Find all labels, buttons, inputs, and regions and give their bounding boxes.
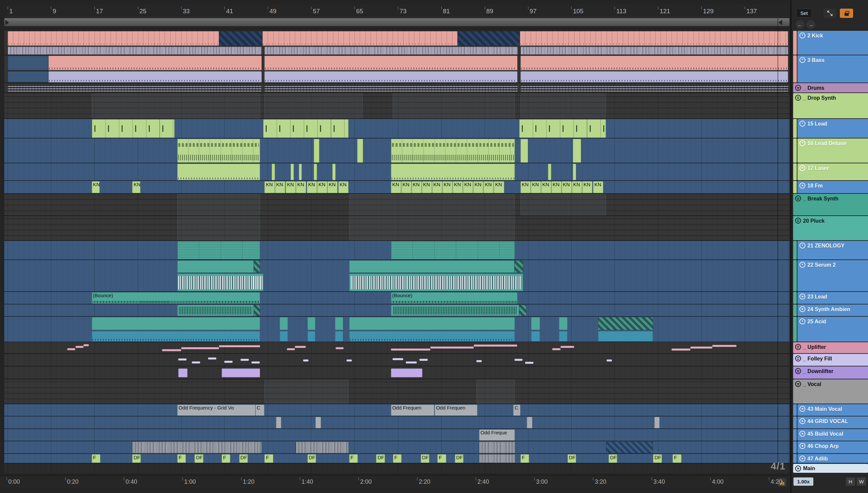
zoom-level[interactable]: 1.00x <box>794 477 813 486</box>
track-lane-lead-23[interactable]: (Bounce)(Bounce) <box>4 292 789 304</box>
clip[interactable] <box>280 317 288 330</box>
clip[interactable]: DF <box>132 454 141 463</box>
group-icon[interactable] <box>795 195 801 201</box>
clip[interactable] <box>391 139 515 163</box>
height-zoom-button[interactable]: H <box>846 477 855 486</box>
forward-button[interactable]: → <box>806 20 815 29</box>
play-icon[interactable]: ▶ <box>799 418 805 424</box>
clip[interactable]: KN <box>286 181 296 193</box>
clip[interactable] <box>276 417 281 428</box>
clip[interactable]: KN <box>432 181 442 193</box>
clip[interactable] <box>314 164 317 180</box>
clip[interactable]: F <box>437 454 446 463</box>
clip[interactable] <box>8 71 48 83</box>
clip[interactable] <box>520 56 788 70</box>
clip[interactable]: KN <box>307 181 317 193</box>
clip[interactable] <box>181 347 219 349</box>
clip[interactable]: DF <box>307 454 316 463</box>
clip[interactable] <box>290 164 294 180</box>
clip[interactable]: (Bounce) <box>92 292 260 304</box>
clip[interactable] <box>479 442 515 453</box>
expand-icon[interactable] <box>823 8 837 18</box>
track-header-build-vocal-45[interactable]: ▶45 Build Vocal <box>798 429 868 441</box>
clip[interactable]: KN <box>275 181 285 193</box>
clip[interactable] <box>316 417 321 428</box>
clip[interactable] <box>264 56 518 70</box>
clip[interactable]: KN <box>132 181 140 193</box>
clip[interactable] <box>177 274 263 291</box>
track-lane-vocal[interactable] <box>4 379 789 404</box>
track-lane-adlib-47[interactable]: FDFFDFFDFFDFFDFFDFFDFFDFDFDFF <box>4 454 789 464</box>
group-icon[interactable] <box>795 344 801 350</box>
clip[interactable] <box>178 368 188 378</box>
clip[interactable] <box>8 56 48 70</box>
clip[interactable]: C <box>513 405 520 416</box>
track-lane-lead-15[interactable] <box>4 119 789 138</box>
track-header-main-vocal-43[interactable]: ▶43 Main Vocal <box>798 404 868 416</box>
clip[interactable] <box>335 317 343 330</box>
clip[interactable]: KN <box>572 181 582 193</box>
track-header-drums[interactable]: _ Drums <box>793 83 868 92</box>
track-header-bass[interactable]: ▼3 Bass <box>798 55 868 83</box>
clip[interactable]: KN <box>442 181 453 193</box>
play-icon[interactable]: ▶ <box>799 455 805 462</box>
clip[interactable]: KN <box>401 181 411 193</box>
clip[interactable] <box>347 360 352 362</box>
clip[interactable] <box>208 358 216 360</box>
clip[interactable] <box>457 31 520 46</box>
track-lane-kick[interactable] <box>4 31 789 55</box>
clip[interactable]: F <box>393 454 402 463</box>
track-header-folley-fill[interactable]: _ Folley Fill <box>793 354 868 366</box>
play-icon[interactable]: ▶ <box>799 406 805 412</box>
clip[interactable]: F <box>222 454 230 463</box>
track-lane-main-vocal-43[interactable]: Odd Frequency - Grid VoCOdd FrequenOdd F… <box>4 404 789 416</box>
track-header-uplifter[interactable]: _ Uplifter <box>793 342 868 353</box>
track-header-pluck-20[interactable]: 20 Pluck <box>793 216 868 240</box>
clip[interactable] <box>48 56 262 70</box>
clip[interactable] <box>349 194 515 215</box>
track-lane-folley-fill[interactable] <box>4 354 789 366</box>
clip[interactable] <box>690 347 712 348</box>
clip[interactable]: KN <box>422 181 432 193</box>
clip[interactable] <box>531 317 540 330</box>
clip[interactable] <box>303 360 308 362</box>
loop-end-marker[interactable] <box>779 20 782 25</box>
clip[interactable]: Odd Frequen <box>391 405 434 416</box>
clip[interactable] <box>430 347 474 348</box>
clip[interactable] <box>561 346 574 348</box>
clip[interactable] <box>515 359 523 361</box>
clip[interactable]: KN <box>541 181 551 193</box>
clip[interactable] <box>520 47 788 55</box>
clip[interactable] <box>525 362 534 364</box>
clip[interactable] <box>391 368 422 378</box>
clip[interactable] <box>573 164 576 180</box>
clip[interactable]: KN <box>327 181 338 193</box>
play-icon[interactable]: ▶ <box>795 466 801 471</box>
track-header-synth-ambient-24[interactable]: ▶24 Synth Ambien <box>798 304 868 316</box>
clip[interactable]: KN <box>551 181 562 193</box>
clip[interactable] <box>92 317 260 330</box>
time-ruler[interactable]: 0:000:200:401:001:201:402:002:202:403:00… <box>0 475 790 488</box>
clip[interactable] <box>349 274 523 291</box>
clip[interactable] <box>520 93 606 118</box>
clip[interactable] <box>263 119 349 138</box>
clip[interactable]: DF <box>567 454 576 463</box>
clip[interactable] <box>8 47 262 55</box>
track-lane-fm-18[interactable]: KNKNKNKNKNKNKNKNKNKNKNKNKNKNKNKNKNKNKNKN… <box>4 181 789 194</box>
clip[interactable]: DF <box>421 454 429 463</box>
clip[interactable] <box>573 139 581 163</box>
clip[interactable]: DF <box>376 454 385 463</box>
clip[interactable] <box>654 417 659 428</box>
clip[interactable]: KN <box>317 181 327 193</box>
group-icon[interactable] <box>795 218 801 223</box>
clip[interactable] <box>476 360 482 362</box>
clip[interactable]: C <box>256 405 265 416</box>
clip[interactable]: F <box>264 454 273 463</box>
play-icon[interactable]: ▶ <box>799 165 805 171</box>
fold-icon[interactable]: ▼ <box>799 57 805 63</box>
clip[interactable] <box>296 442 349 453</box>
track-header-fm-18[interactable]: ▶18 Fm <box>798 181 868 193</box>
track-header-acid-25[interactable]: ▼25 Acid <box>798 317 868 342</box>
clip[interactable] <box>520 31 788 46</box>
clip[interactable] <box>519 305 526 316</box>
